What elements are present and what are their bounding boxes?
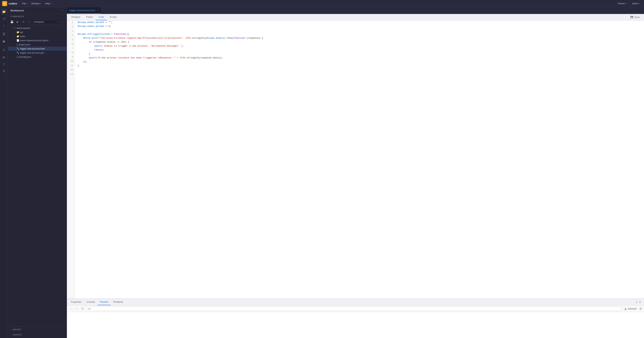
gen-icon: 🔧 xyxy=(16,51,19,54)
files-icon[interactable]: 📁 xyxy=(1,9,7,15)
settings-icon[interactable]: ⚙ xyxy=(639,307,642,310)
tab-designer[interactable]: Designer xyxy=(68,14,83,20)
save-tool-button[interactable]: 💾 xyxy=(9,19,14,24)
terminal-icon[interactable]: ▣ xyxy=(1,38,7,44)
unlocked-badge: 🔓 Unlocked xyxy=(623,307,638,311)
close-panel-button[interactable]: ✕ xyxy=(639,301,641,304)
tree-item-tasks[interactable]: › 📁 tasks xyxy=(8,34,67,38)
preview-content xyxy=(67,312,644,338)
line-num-12: 12 xyxy=(67,68,74,72)
menu-help[interactable]: Help ▾ xyxy=(43,2,53,6)
tab-trigger-form[interactable]: trigger-new-process.form ✕ xyxy=(67,7,101,14)
folder-icon: 📁 xyxy=(16,35,19,38)
topbar: C codbex File ▾ Window ▾ Help ▾ Theme ▾ … xyxy=(0,0,644,7)
editor-sub-tabs: Designer Feeds Code Scripts 💾 Save xyxy=(67,14,644,21)
monitor-icon[interactable]: ◎ xyxy=(1,68,7,74)
topbar-menu: File ▾ Window ▾ Help ▾ xyxy=(20,2,53,6)
line-num-7: 7 xyxy=(67,46,74,51)
bottom-tab-bar: Properties Console Preview Problems ∧ ✕ xyxy=(67,299,644,305)
code-content[interactable]: $scope.model.param1 = ""; $scope.model.p… xyxy=(75,21,644,299)
search-global-icon[interactable]: ⌕ xyxy=(1,22,7,28)
collapse-panel-button[interactable]: ∧ xyxy=(636,301,638,304)
app-logo[interactable]: C codbex xyxy=(2,1,17,6)
file-icon: 📄 xyxy=(16,39,19,42)
code-line-5: $http.post("/services/ts/leave-request/a… xyxy=(78,36,641,40)
import-section[interactable]: › IMPORT xyxy=(8,327,67,332)
shield-icon[interactable]: ⬡ xyxy=(1,61,7,67)
tree-item-trigger-gen[interactable]: 🔧 trigger-new-process.gen xyxy=(8,51,67,55)
flow-icon[interactable]: ≫ xyxy=(1,54,7,60)
workspace-selector[interactable]: workspace ▾ xyxy=(32,20,60,24)
tab-console[interactable]: Console xyxy=(84,299,98,305)
git-icon[interactable]: ⎇ xyxy=(1,16,7,22)
save-icon: 💾 xyxy=(630,16,633,19)
workspace-label: workspace xyxy=(34,21,44,23)
tree-label: api xyxy=(20,31,65,34)
code-editor[interactable]: 1 2 3 4 5 6 7 8 9 10 11 12 13 $scope.mod… xyxy=(67,21,644,299)
sidebar-title: Workbench xyxy=(10,9,24,12)
logo-icon: C xyxy=(2,1,7,6)
line-numbers: 1 2 3 4 5 6 7 8 9 10 11 12 13 xyxy=(67,21,75,299)
code-line-12: } xyxy=(78,64,641,68)
collapse-icon: ▾ xyxy=(10,15,12,18)
reload-button[interactable]: ↺ xyxy=(80,307,84,311)
expand-icon: › xyxy=(13,31,16,33)
projects-label: PROJECTS xyxy=(13,16,24,18)
icon-rail: 📁 ⎇ ⌕ 🗄 ▣ ⏱ ≫ ⬡ ◎ xyxy=(0,7,8,338)
code-line-10: alert("A new process instance has been t… xyxy=(78,56,641,60)
code-line-9: } xyxy=(78,52,641,56)
tab-preview[interactable]: Preview xyxy=(98,299,111,305)
tree-label: trigger-new-process.form xyxy=(20,48,65,50)
admin-button[interactable]: admin ▾ xyxy=(630,2,642,6)
menu-window[interactable]: Window ▾ xyxy=(30,2,43,6)
json-icon: {} xyxy=(16,56,18,58)
url-input[interactable] xyxy=(86,306,621,311)
tree-item-tsconfig[interactable]: {} tsconfig.json xyxy=(8,55,67,59)
refresh-tool-button[interactable]: ↺ xyxy=(21,19,26,24)
tree-item-leave-request[interactable]: ▾ ✕ leave-request xyxy=(8,26,67,30)
back-button[interactable]: ← xyxy=(69,307,73,311)
tree-label: leave-request-process.bpmn xyxy=(20,39,65,42)
line-num-11: 11 xyxy=(67,63,74,68)
search-tool-button[interactable]: ⌕ xyxy=(26,19,32,24)
search-label: SEARCH xyxy=(12,333,22,336)
tree-item-trigger-form[interactable]: 🔧 trigger-new-process.form xyxy=(8,47,67,51)
bottom-tab-actions: ∧ ✕ xyxy=(634,299,642,305)
forward-button[interactable]: → xyxy=(75,307,79,311)
chevron-down-icon: ▾ xyxy=(51,3,52,5)
bottom-panel: Properties Console Preview Problems ∧ ✕ xyxy=(67,299,644,338)
project-icon: ✕ xyxy=(14,27,16,29)
tab-scripts[interactable]: Scripts xyxy=(107,14,120,20)
topbar-right: Theme ▾ admin ▾ xyxy=(616,2,642,6)
tab-feeds[interactable]: Feeds xyxy=(83,14,96,20)
save-button[interactable]: 💾 Save xyxy=(628,14,642,20)
logo-text: codbex xyxy=(8,2,17,5)
sidebar-toolbar: 💾 ▶ ↺ ⌕ workspace ▾ ··· xyxy=(8,19,67,25)
tab-properties[interactable]: Properties xyxy=(68,299,84,305)
sidebar-more-button[interactable]: ··· xyxy=(61,9,64,12)
tab-label: trigger-new-process.form xyxy=(70,9,95,12)
theme-button[interactable]: Theme ▾ xyxy=(616,2,628,6)
sidebar-header: Workbench ··· xyxy=(8,7,67,14)
folder-icon: 📁 xyxy=(16,31,19,34)
line-num-8: 8 xyxy=(67,51,74,55)
tab-problems[interactable]: Problems xyxy=(111,299,126,305)
run-tool-button[interactable]: ▶ xyxy=(15,19,20,24)
code-line-8: return; xyxy=(78,48,641,52)
database-icon[interactable]: 🗄 xyxy=(1,31,7,38)
line-num-2: 2 xyxy=(67,25,74,29)
tree-item-api[interactable]: › 📁 api xyxy=(8,30,67,34)
tree-item-bpmn[interactable]: 📄 leave-request-process.bpmn xyxy=(8,38,67,43)
tree-item-project-json[interactable]: {} project.json xyxy=(8,43,67,47)
tab-code[interactable]: Code xyxy=(96,14,107,20)
sidebar: Workbench ··· ▾ PROJECTS 💾 ▶ ↺ ⌕ workspa… xyxy=(8,7,67,338)
import-label: IMPORT xyxy=(12,328,21,331)
search-section[interactable]: › SEARCH xyxy=(8,332,67,337)
menu-file[interactable]: File ▾ xyxy=(20,2,29,6)
tree-label: tasks xyxy=(20,35,65,38)
tab-close-button[interactable]: ✕ xyxy=(97,9,98,12)
projects-header[interactable]: ▾ PROJECTS xyxy=(8,14,67,19)
line-num-10: 10 xyxy=(67,59,74,63)
more-tool-button[interactable]: ··· xyxy=(60,19,65,24)
history-icon[interactable]: ⏱ xyxy=(1,47,7,53)
